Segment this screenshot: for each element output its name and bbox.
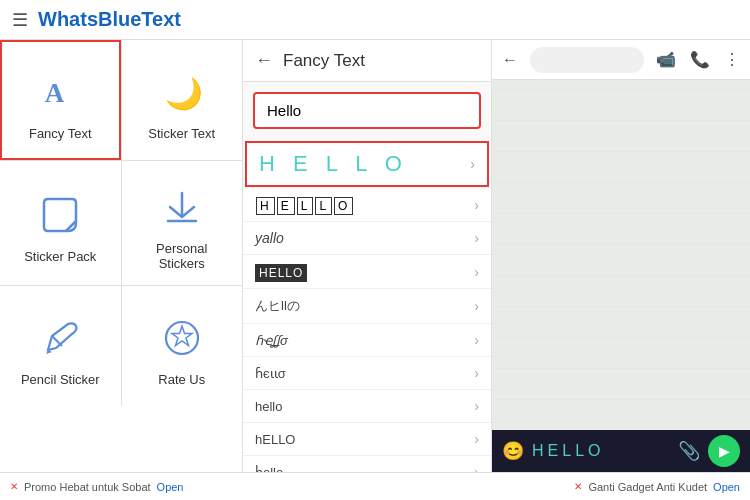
text-variant-item[interactable]: hello ›	[243, 390, 491, 423]
chevron-right-icon: ›	[474, 298, 479, 314]
rate-us-item[interactable]: Rate Us	[122, 286, 243, 406]
chevron-right-icon: ›	[474, 431, 479, 447]
personal-stickers-item[interactable]: Personal Stickers	[122, 161, 243, 285]
emoji-button[interactable]: 😊	[502, 440, 524, 462]
video-call-icon[interactable]: 📹	[656, 50, 676, 69]
ad-right: ✕ Ganti Gadget Anti Kudet Open	[574, 481, 740, 493]
back-button[interactable]: ←	[255, 50, 273, 71]
chat-panel: ← 📹 📞 ⋮ 😊 HELLO 📎 ▶	[491, 40, 750, 472]
personal-stickers-label: Personal Stickers	[132, 241, 233, 271]
middle-header: ← Fancy Text	[243, 40, 491, 82]
chevron-right-icon: ›	[474, 264, 479, 280]
personal-stickers-icon	[156, 181, 208, 233]
middle-panel-title: Fancy Text	[283, 51, 365, 71]
text-variant-item[interactable]: hELLO ›	[243, 423, 491, 456]
main-content: A Fancy Text 🌙 Sticker Text	[0, 40, 750, 472]
send-icon: ▶	[719, 443, 730, 459]
text-variant-item[interactable]: HELLO ›	[243, 255, 491, 289]
text-variants-list: H E L L O › HELLO › yallo › HELLO ›	[243, 139, 491, 472]
text-variant-preview: HELLO	[255, 198, 354, 213]
sticker-text-icon: 🌙	[156, 66, 208, 118]
pencil-sticker-item[interactable]: Pencil Sticker	[0, 286, 121, 406]
text-variant-item[interactable]: H E L L O ›	[245, 141, 489, 187]
text-variant-item[interactable]: yallo ›	[243, 222, 491, 255]
svg-text:🌙: 🌙	[165, 74, 204, 111]
send-button[interactable]: ▶	[708, 435, 740, 467]
text-variant-item[interactable]: HELLO ›	[243, 189, 491, 222]
chat-action-icons: 📹 📞 ⋮	[656, 50, 740, 69]
chevron-right-icon: ›	[474, 332, 479, 348]
ad-open-left[interactable]: Open	[157, 481, 184, 493]
search-input[interactable]	[253, 92, 481, 129]
ad-open-right[interactable]: Open	[713, 481, 740, 493]
sticker-pack-icon	[34, 189, 86, 241]
left-panel: A Fancy Text 🌙 Sticker Text	[0, 40, 243, 472]
text-variant-item[interactable]: ḣello ›	[243, 456, 491, 472]
pencil-sticker-label: Pencil Sticker	[21, 372, 100, 387]
chevron-right-icon: ›	[474, 230, 479, 246]
text-variant-preview: ɦєɩɩσ	[255, 366, 286, 381]
chat-contact-info	[530, 47, 644, 73]
chat-header: ← 📹 📞 ⋮	[492, 40, 750, 80]
pencil-sticker-icon	[34, 312, 86, 364]
chat-back-button[interactable]: ←	[502, 51, 518, 69]
text-variant-preview: ɦҽʆʆσ	[255, 333, 288, 348]
ad-text-left: Promo Hebat untuk Sobat	[24, 481, 151, 493]
sticker-text-label: Sticker Text	[148, 126, 215, 141]
middle-panel: ← Fancy Text H E L L O › HELLO › yallo ›	[243, 40, 491, 472]
text-variant-item[interactable]: ɦҽʆʆσ ›	[243, 324, 491, 357]
ad-close-right[interactable]: ✕	[574, 481, 582, 492]
fancy-text-item[interactable]: A Fancy Text	[0, 40, 121, 160]
text-variant-item[interactable]: んヒllの ›	[243, 289, 491, 324]
text-variant-preview: んヒllの	[255, 297, 300, 315]
text-variant-item[interactable]: ɦєɩɩσ ›	[243, 357, 491, 390]
ad-text-right: Ganti Gadget Anti Kudet	[588, 481, 707, 493]
ad-left: ✕ Promo Hebat untuk Sobat Open	[10, 481, 184, 493]
text-variant-preview: ḣello	[255, 465, 283, 473]
text-variant-preview: H E L L O	[259, 151, 408, 177]
chevron-right-icon: ›	[474, 197, 479, 213]
ad-bar: ✕ Promo Hebat untuk Sobat Open ✕ Ganti G…	[0, 472, 750, 500]
fancy-text-label: Fancy Text	[29, 126, 92, 141]
chevron-right-icon: ›	[474, 365, 479, 381]
app-title: WhatsBlueText	[38, 8, 181, 31]
text-variant-preview: hELLO	[255, 432, 295, 447]
fancy-text-icon: A	[34, 66, 86, 118]
chat-body	[492, 80, 750, 430]
voice-call-icon[interactable]: 📞	[690, 50, 710, 69]
app-header: ☰ WhatsBlueText	[0, 0, 750, 40]
sticker-pack-item[interactable]: Sticker Pack	[0, 161, 121, 285]
ad-close-left[interactable]: ✕	[10, 481, 18, 492]
rate-us-label: Rate Us	[158, 372, 205, 387]
chevron-right-icon: ›	[470, 156, 475, 172]
rate-us-icon	[156, 312, 208, 364]
svg-text:A: A	[45, 78, 65, 108]
menu-icon[interactable]: ☰	[12, 9, 28, 31]
more-options-icon[interactable]: ⋮	[724, 50, 740, 69]
feature-grid: A Fancy Text 🌙 Sticker Text	[0, 40, 242, 406]
text-variant-preview: yallo	[255, 230, 284, 246]
sticker-text-item[interactable]: 🌙 Sticker Text	[122, 40, 243, 160]
chat-footer: 😊 HELLO 📎 ▶	[492, 430, 750, 472]
chevron-right-icon: ›	[474, 464, 479, 472]
text-variant-preview: HELLO	[255, 263, 307, 280]
text-variant-preview: hello	[255, 399, 282, 414]
sticker-pack-label: Sticker Pack	[24, 249, 96, 264]
attach-button[interactable]: 📎	[678, 440, 700, 462]
chat-footer-preview: HELLO	[532, 442, 670, 460]
chevron-right-icon: ›	[474, 398, 479, 414]
